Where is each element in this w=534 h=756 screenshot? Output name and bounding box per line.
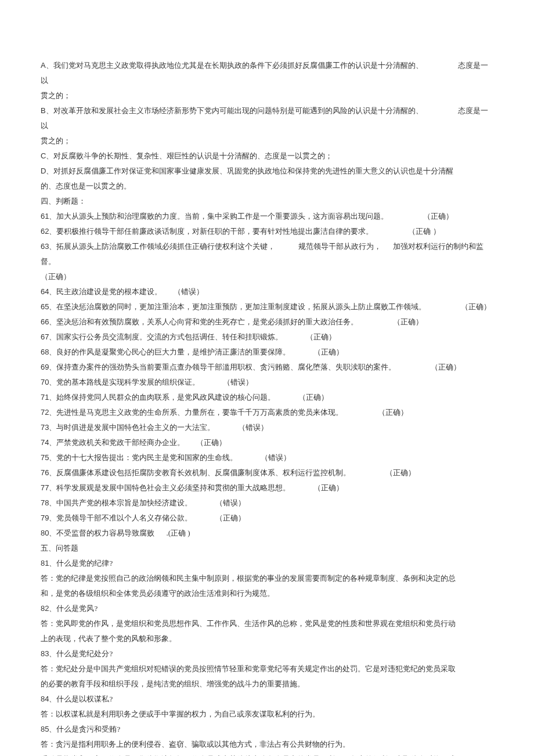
text-segment: （正确）: [215, 513, 246, 522]
text-segment: 上的表现，代表了整个党的风貌和形象。: [41, 634, 176, 643]
text-line: 答：党风即党的作风，是党组织和党员思想作风、工作作风、生活作风的总称，党风是党的…: [41, 616, 493, 631]
text-segment: （正确 ）: [408, 227, 440, 236]
text-segment: 64、民主政治建设是党的根本建设。: [41, 287, 162, 296]
text-line: 67、国家实行公务员交流制度。交流的方式包括调任、转任和挂职锻炼。（正确）: [41, 330, 493, 345]
text-segment: 82、什么是党风?: [41, 604, 98, 613]
text-segment: 75、党的十七大报告提出：党内民主是党和国家的生命线。: [41, 453, 237, 462]
text-segment: （正确）: [423, 212, 453, 220]
text-segment: （正确）: [313, 483, 344, 492]
text-segment: 66、坚决惩治和有效预防腐败，关系人心向背和党的生死存亡，是党必须抓好的重大政治…: [41, 317, 358, 326]
text-line: 63、拓展从源头上防治腐败工作领域必须抓住正确行使权利这个关键，规范领导干部从政…: [41, 239, 493, 269]
text-line: 73、与时俱进是发展中国特色社会主义的一大法宝。（错误）: [41, 420, 493, 435]
text-segment: 73、与时俱进是发展中国特色社会主义的一大法宝。: [41, 423, 215, 432]
text-segment: （错误）: [174, 287, 204, 296]
text-line: 贯之的；: [41, 88, 493, 103]
text-segment: （正确）: [196, 438, 226, 447]
text-segment: 63、拓展从源头上防治腐败工作领域必须抓住正确行使权利这个关键，: [41, 242, 275, 251]
text-segment: .(正确 ): [166, 529, 190, 537]
text-segment: 的、态度也是一以贯之的。: [41, 182, 131, 190]
text-line: 贯之的；: [41, 133, 493, 149]
text-line: 62、要积极推行领导干部任前廉政谈话制度，对新任职的干部，要有针对性地提出廉洁自…: [41, 224, 493, 239]
text-line: C、对反腐败斗争的长期性、复杂性、艰巨性的认识是十分清醒的、态度是一以贯之的；: [41, 149, 493, 164]
text-line: 78、中国共产党的根本宗旨是加快经济建设。（错误）: [41, 495, 493, 511]
text-line: 84、什么是以权谋私?: [41, 692, 493, 707]
text-segment: 五、问答题: [41, 544, 78, 552]
text-segment: 62、要积极推行领导干部任前廉政谈话制度，对新任职的干部，要有针对性地提出廉洁自…: [41, 227, 373, 236]
text-segment: 83、什么是党纪处分?: [41, 649, 113, 658]
text-segment: 85、什么是贪污和受贿?: [41, 725, 120, 733]
text-line: 答：以权谋私就是利用职务之便或手中掌握的权力，为自己或亲友谋取私利的行为。: [41, 707, 493, 722]
text-segment: 答：党纪处分是中国共产党组织对犯错误的党员按照情节轻重和党章党纪等有关规定作出的…: [41, 664, 456, 673]
text-segment: 和，是党的各级组织和全体党员必须遵守的政治生活准则和行为规范。: [41, 589, 275, 598]
text-line: 四、判断题：: [41, 194, 493, 209]
text-line: A、我们党对马克思主义政党取得执政地位尤其是在长期执政的条件下必须抓好反腐倡廉工…: [41, 58, 493, 88]
text-line: 82、什么是党风?: [41, 601, 493, 616]
text-line: （正确）: [41, 269, 493, 284]
text-segment: 答：党的纪律是党按照自己的政治纲领和民主集中制原则，根据党的事业的发展需要而制定…: [41, 574, 456, 583]
text-line: 83、什么是党纪处分?: [41, 646, 493, 661]
text-segment: （错误）: [261, 453, 291, 462]
text-segment: 71、始终保持党同人民群众的血肉联系，是党风政风建设的核心问题。: [41, 393, 275, 401]
text-line: 五、问答题: [41, 541, 493, 556]
text-segment: 规范领导干部从政行为，: [298, 242, 381, 251]
text-segment: A、我们党对马克思主义政党取得执政地位尤其是在长期执政的条件下必须抓好反腐倡廉工…: [41, 61, 423, 70]
text-line: 72、先进性是马克思主义政党的生命所系、力量所在，要靠千千万万高素质的党员来体现…: [41, 405, 493, 420]
text-segment: 77、科学发展观是发展中国特色社会主义必须坚持和贯彻的重大战略思想。: [41, 483, 290, 492]
text-line: 68、良好的作风是凝聚党心民心的巨大力量，是维护清正廉洁的重要保障。（正确）: [41, 345, 493, 360]
text-segment: 贯之的；: [41, 136, 71, 145]
text-segment: 答：贪污是指利用职务上的便利侵吞、盗窃、骗取或以其他方式，非法占有公共财物的行为…: [41, 740, 350, 748]
text-segment: 76、反腐倡廉体系建设包括拒腐防变教育长效机制、反腐倡廉制度体系、权利运行监控机…: [41, 468, 351, 477]
text-line: 69、保持查办案件的强劲势头当前要重点查办领导干部滥用职权、贪污贿赂、腐化堕落、…: [41, 360, 493, 375]
text-segment: C、对反腐败斗争的长期性、复杂性、艰巨性的认识是十分清醒的、态度是一以贯之的；: [41, 151, 333, 160]
text-segment: 61、加大从源头上预防和治理腐败的力度。当前，集中采购工作是一个重要源头，这方面…: [41, 212, 388, 220]
text-segment: 72、先进性是马克思主义政党的生命所系、力量所在，要靠千千万万高素质的党员来体现…: [41, 408, 343, 417]
text-segment: （错误）: [215, 498, 246, 507]
text-line: 答：贪污是指利用职务上的便利侵吞、盗窃、骗取或以其他方式，非法占有公共财物的行为…: [41, 737, 493, 752]
text-line: D、对抓好反腐倡廉工作对保证党和国家事业健康发展、巩固党的执政地位和保持党的先进…: [41, 164, 493, 179]
text-line: 和，是党的各级组织和全体党员必须遵守的政治生活准则和行为规范。: [41, 586, 493, 601]
text-line: 71、始终保持党同人民群众的血肉联系，是党风政风建设的核心问题。（正确）: [41, 390, 493, 405]
text-segment: 81、什么是党的纪律?: [41, 559, 113, 567]
text-line: 70、党的基本路线是实现科学发展的组织保证。（错误）: [41, 375, 493, 390]
text-line: 66、坚决惩治和有效预防腐败，关系人心向背和党的生死存亡，是党必须抓好的重大政治…: [41, 314, 493, 330]
text-segment: 68、良好的作风是凝聚党心民心的巨大力量，是维护清正廉洁的重要保障。: [41, 348, 290, 356]
text-line: 的、态度也是一以贯之的。: [41, 179, 493, 194]
text-line: 61、加大从源头上预防和治理腐败的力度。当前，集中采购工作是一个重要源头，这方面…: [41, 209, 493, 224]
text-line: 答：党纪处分是中国共产党组织对犯错误的党员按照情节轻重和党章党纪等有关规定作出的…: [41, 661, 493, 677]
text-segment: （正确）: [378, 408, 408, 417]
text-segment: 79、党员领导干部不准以个人名义存储公款。: [41, 513, 192, 522]
text-segment: （正确）: [298, 393, 329, 401]
text-line: 65、在坚决惩治腐败的同时，更加注重治本，更加注重预防，更加注重制度建设，拓展从…: [41, 299, 493, 314]
text-segment: （正确）: [385, 468, 416, 477]
text-segment: 74、严禁党政机关和党政干部经商办企业。: [41, 438, 185, 447]
text-segment: 69、保持查办案件的强劲势头当前要重点查办领导干部滥用职权、贪污贿赂、腐化堕落、…: [41, 363, 396, 371]
text-line: 76、反腐倡廉体系建设包括拒腐防变教育长效机制、反腐倡廉制度体系、权利运行监控机…: [41, 465, 493, 480]
text-segment: （正确）: [41, 272, 71, 281]
text-segment: 65、在坚决惩治腐败的同时，更加注重治本，更加注重预防，更加注重制度建设，拓展从…: [41, 302, 426, 311]
text-line: 的必要的教育手段和组织手段，是纯洁党的组织、增强党的战斗力的重要措施。: [41, 677, 493, 692]
text-segment: （正确）: [431, 363, 461, 371]
text-segment: 84、什么是以权谋私?: [41, 694, 113, 703]
text-segment: （错误）: [238, 423, 268, 432]
text-segment: D、对抓好反腐倡廉工作对保证党和国家事业健康发展、巩固党的执政地位和保持党的先进…: [41, 167, 453, 175]
text-line: 79、党员领导干部不准以个人名义存储公款。（正确）: [41, 511, 493, 526]
text-segment: 67、国家实行公务员交流制度。交流的方式包括调任、转任和挂职锻炼。: [41, 332, 283, 341]
text-line: 上的表现，代表了整个党的风貌和形象。: [41, 631, 493, 646]
text-segment: （正确）: [461, 302, 491, 311]
text-segment: 贯之的；: [41, 91, 71, 100]
text-line: 77、科学发展观是发展中国特色社会主义必须坚持和贯彻的重大战略思想。（正确）: [41, 480, 493, 495]
text-segment: 答：党风即党的作风，是党组织和党员思想作风、工作作风、生活作风的总称，党风是党的…: [41, 619, 456, 628]
text-line: B、对改革开放和发展社会主义市场经济新形势下党内可能出现的问题特别是可能遇到的风…: [41, 103, 493, 133]
text-line: 受贿是指党和国家工作人员、集体经济组织工作人员或者其他从事公务人员中的党员，利用…: [41, 752, 493, 756]
text-segment: （正确）: [306, 332, 336, 341]
text-segment: 70、党的基本路线是实现科学发展的组织保证。: [41, 378, 200, 386]
document-page: A、我们党对马克思主义政党取得执政地位尤其是在长期执政的条件下必须抓好反腐倡廉工…: [0, 0, 534, 756]
text-line: 75、党的十七大报告提出：党内民主是党和国家的生命线。（错误）: [41, 450, 493, 465]
text-segment: 80、不受监督的权力容易导致腐败: [41, 529, 154, 537]
text-segment: 答：以权谋私就是利用职务之便或手中掌握的权力，为自己或亲友谋取私利的行为。: [41, 710, 320, 718]
text-segment: 的必要的教育手段和组织手段，是纯洁党的组织、增强党的战斗力的重要措施。: [41, 679, 305, 688]
text-line: 74、严禁党政机关和党政干部经商办企业。（正确）: [41, 435, 493, 450]
text-segment: （正确）: [313, 348, 344, 356]
text-line: 85、什么是贪污和受贿?: [41, 722, 493, 737]
text-segment: （错误）: [223, 378, 253, 386]
